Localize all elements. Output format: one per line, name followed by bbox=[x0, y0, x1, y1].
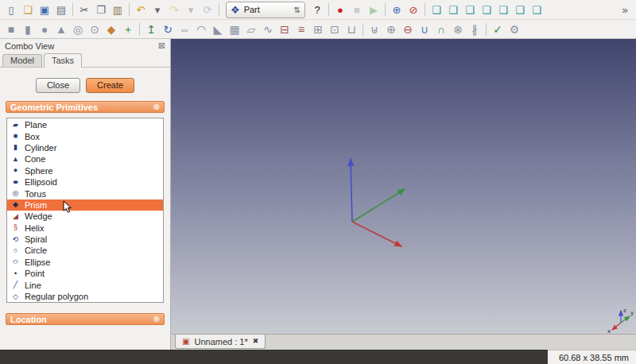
undo-menu-button[interactable]: ▾ bbox=[149, 2, 165, 17]
revolve-button[interactable]: ↻ bbox=[160, 21, 176, 37]
view-rear-button[interactable]: ❑ bbox=[495, 2, 511, 17]
extrude-icon: ↥ bbox=[146, 24, 156, 35]
draw-style-button[interactable]: ⊘ bbox=[405, 2, 421, 17]
view-left-button[interactable]: ❑ bbox=[529, 2, 545, 17]
create-primitives-icon: ◆ bbox=[107, 24, 116, 35]
join-connect-button[interactable]: ⊗ bbox=[450, 21, 466, 37]
check-geometry-button[interactable]: ✓ bbox=[490, 21, 506, 37]
cut-button[interactable]: ✂ bbox=[76, 2, 92, 17]
ellipse-icon: ○ bbox=[9, 258, 22, 265]
cut-boolean-button[interactable]: ⊖ bbox=[400, 21, 416, 37]
macro-execute-button[interactable]: ▶ bbox=[366, 2, 382, 17]
document-tab-unnamed[interactable]: ▣ Unnamed : 1* ✖ bbox=[175, 335, 266, 349]
loft-button[interactable]: ▱ bbox=[243, 21, 259, 37]
view-axonometric-button[interactable]: ❑ bbox=[429, 2, 444, 17]
primitive-item-spiral[interactable]: ⟲Spiral bbox=[7, 234, 163, 245]
mirror-button[interactable]: ⇔ bbox=[176, 21, 192, 37]
primitive-item-box[interactable]: ■Box bbox=[7, 130, 163, 141]
tube-button[interactable]: ⊙ bbox=[87, 21, 103, 37]
primitive-item-sphere[interactable]: ●Sphere bbox=[7, 165, 163, 176]
section-button[interactable]: ⊟ bbox=[277, 21, 293, 37]
whats-this-button[interactable]: ? bbox=[309, 2, 325, 17]
check-geometry-icon: ✓ bbox=[493, 24, 502, 35]
section-close-icon[interactable]: ⊗ bbox=[153, 103, 160, 111]
split-button[interactable]: ∦ bbox=[467, 21, 483, 37]
refresh-button[interactable]: ⟳ bbox=[200, 2, 215, 17]
cross-sections-button[interactable]: ≡ bbox=[293, 21, 309, 37]
cut-boolean-icon: ⊖ bbox=[403, 24, 413, 35]
cylinder-icon: ▮ bbox=[25, 24, 31, 35]
copy-button[interactable]: ❐ bbox=[93, 2, 109, 17]
close-button[interactable]: Close bbox=[36, 78, 80, 93]
tab-tasks[interactable]: Tasks bbox=[44, 53, 82, 68]
3d-viewport[interactable]: z y x bbox=[171, 39, 636, 334]
shape-builder-button[interactable]: + bbox=[120, 21, 136, 37]
view-right-button[interactable]: ❑ bbox=[479, 2, 494, 17]
workbench-selector[interactable]: ❖Part⇅ bbox=[226, 2, 305, 18]
view-front-button[interactable]: ❑ bbox=[445, 2, 461, 17]
viewport-dimensions-label: 60.68 x 38.55 mm bbox=[559, 353, 629, 362]
offset-3d-button[interactable]: ⊞ bbox=[310, 21, 326, 37]
union-icon: ∪ bbox=[421, 24, 429, 35]
primitive-item-cone[interactable]: ▲Cone bbox=[7, 153, 163, 165]
primitive-item-ellipsoid[interactable]: ●Ellipsoid bbox=[7, 176, 163, 188]
offset-2d-button[interactable]: ⊡ bbox=[327, 21, 343, 37]
create-primitives-button[interactable]: ◆ bbox=[103, 21, 119, 37]
document-tabbar: ▣ Unnamed : 1* ✖ bbox=[171, 334, 636, 350]
section-geometric-primitives[interactable]: Geometric Primitives ⊗ bbox=[6, 101, 165, 113]
cylinder-button[interactable]: ▮ bbox=[20, 21, 36, 37]
primitive-item-wedge[interactable]: ◢Wedge bbox=[7, 211, 163, 222]
print-button[interactable]: ▤ bbox=[53, 2, 69, 17]
view-top-button[interactable]: ❑ bbox=[462, 2, 478, 17]
extrude-button[interactable]: ↥ bbox=[143, 21, 159, 37]
sweep-icon: ∿ bbox=[263, 24, 273, 35]
sweep-button[interactable]: ∿ bbox=[260, 21, 276, 37]
view-bottom-button[interactable]: ❑ bbox=[512, 2, 528, 17]
torus-button[interactable]: ◎ bbox=[70, 21, 86, 37]
section-close-icon[interactable]: ⊗ bbox=[153, 316, 160, 323]
primitive-item-point[interactable]: •Point bbox=[7, 268, 163, 279]
primitive-item-cylinder[interactable]: ▮Cylinder bbox=[7, 142, 163, 153]
ruled-surface-button[interactable]: ▦ bbox=[227, 21, 242, 37]
primitive-item-circle[interactable]: ○Circle bbox=[7, 245, 163, 256]
tab-model[interactable]: Model bbox=[2, 54, 42, 67]
paste-button[interactable]: ▥ bbox=[110, 2, 126, 17]
toolbar-overflow-button[interactable]: » bbox=[617, 2, 633, 17]
primitive-item-helix[interactable]: §Helix bbox=[7, 223, 163, 234]
section-location[interactable]: Location ⊗ bbox=[6, 313, 165, 325]
tab-close-icon[interactable]: ✖ bbox=[253, 338, 259, 345]
fit-all-button[interactable]: ⊕ bbox=[389, 2, 405, 17]
primitive-item-ellipse[interactable]: ○Ellipse bbox=[7, 257, 163, 268]
macro-stop-button[interactable]: ■ bbox=[349, 2, 365, 17]
axis-x-label: x bbox=[607, 328, 611, 334]
chamfer-button[interactable]: ◣ bbox=[210, 21, 226, 37]
undo-button[interactable]: ↶ bbox=[133, 2, 149, 17]
fillet-button[interactable]: ◠ bbox=[193, 21, 209, 37]
open-file-button[interactable]: ❏ bbox=[20, 2, 36, 17]
redo-button[interactable]: ↷ bbox=[166, 2, 182, 17]
undo-menu-icon: ▾ bbox=[155, 5, 161, 15]
panel-dock-icon[interactable]: ⊠ bbox=[158, 41, 165, 51]
join-connect-icon: ⊗ bbox=[453, 24, 463, 35]
sphere-button[interactable]: ● bbox=[37, 21, 52, 37]
thickness-button[interactable]: ⊔ bbox=[343, 21, 359, 37]
cone-button[interactable]: ▲ bbox=[53, 21, 69, 37]
macro-record-button[interactable]: ● bbox=[332, 2, 348, 17]
union-button[interactable]: ∪ bbox=[417, 21, 432, 37]
primitive-label: Sphere bbox=[25, 166, 52, 176]
new-file-button[interactable]: ▯ bbox=[3, 2, 19, 17]
primitive-item-prism[interactable]: ◆Prism bbox=[7, 199, 163, 211]
defeaturing-button[interactable]: ⚙ bbox=[506, 21, 522, 37]
primitive-label: Cylinder bbox=[25, 143, 56, 153]
redo-menu-button[interactable]: ▾ bbox=[183, 2, 199, 17]
intersection-button[interactable]: ∩ bbox=[433, 21, 449, 37]
save-button[interactable]: ▣ bbox=[37, 2, 52, 17]
compound-button[interactable]: ⊎ bbox=[366, 21, 382, 37]
create-button[interactable]: Create bbox=[86, 78, 134, 93]
primitive-item-regular-polygon[interactable]: ◇Regular polygon bbox=[7, 291, 163, 302]
primitive-item-torus[interactable]: ◎Torus bbox=[7, 188, 163, 199]
primitive-item-plane[interactable]: ▰Plane bbox=[7, 119, 163, 130]
boolean-button[interactable]: ⊕ bbox=[383, 21, 399, 37]
primitive-item-line[interactable]: ╱Line bbox=[7, 279, 163, 290]
box-button[interactable]: ■ bbox=[3, 21, 19, 37]
